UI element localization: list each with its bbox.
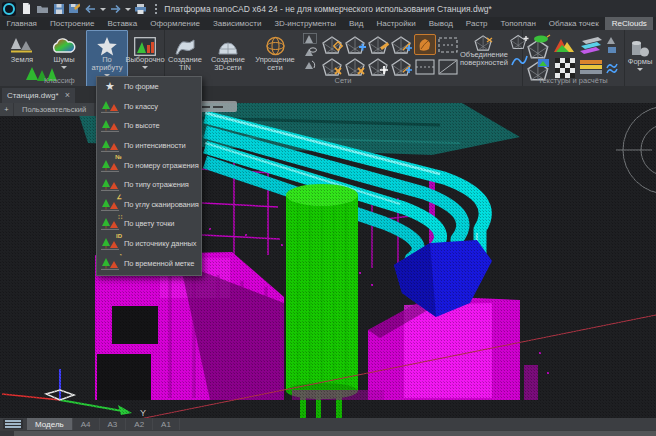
menu-item-icon [100, 98, 120, 114]
redo-icon[interactable] [109, 2, 122, 15]
menu-item-icon: ◔ [100, 255, 120, 271]
undo-dropdown-icon[interactable] [100, 8, 106, 11]
save-icon[interactable] [52, 2, 65, 15]
document-tab-title: Станция.dwg* [7, 91, 59, 100]
ribbon-tab[interactable]: Топоплан [494, 17, 542, 30]
nanocad-window: Платформа nanoCAD x64 24 - не для коммер… [0, 0, 656, 436]
classify-noise-button[interactable]: Шумы [44, 31, 84, 69]
view-tab-user[interactable]: Пользовательский [14, 103, 94, 116]
mountain-contour-icon[interactable] [303, 59, 317, 70]
menu-item[interactable]: По высоте [97, 116, 201, 136]
trees-icon [101, 178, 119, 191]
ribbon-tab[interactable]: ReClouds [605, 17, 653, 30]
trees-icon [101, 217, 119, 230]
textures-group-label: Текстуры и расчёты [522, 76, 624, 85]
selective-picture-icon [134, 33, 156, 56]
mesh-section-icon[interactable] [437, 56, 459, 77]
layout-tab[interactable]: Модель [27, 418, 73, 430]
menu-item-icon: ★ [100, 79, 120, 95]
mesh-region-icon[interactable] [414, 56, 436, 77]
undo-icon[interactable] [84, 2, 97, 15]
ribbon-tab[interactable]: Вывод [422, 17, 459, 30]
menu-item-label: По типу отражения [124, 180, 189, 189]
rainbow-sheets-icon[interactable] [578, 36, 604, 54]
menu-item-icon [100, 118, 120, 134]
dome-mesh-icon [217, 33, 239, 56]
close-document-icon[interactable]: × [65, 91, 70, 100]
create-3d-mesh-button[interactable]: Создание 3D-сети [206, 31, 250, 72]
layout-tab[interactable]: А2 [126, 418, 153, 430]
image-mesh-icon[interactable] [527, 58, 551, 78]
ribbon-tab[interactable]: Построение [43, 17, 101, 30]
texture-small-b-icon[interactable] [606, 59, 618, 77]
mesh-delete-face-icon[interactable] [345, 56, 367, 77]
menu-item[interactable]: ★ По форме [97, 77, 201, 97]
command-line-strip[interactable] [0, 430, 656, 436]
mesh-edit-grid [322, 34, 459, 77]
app-logo-icon[interactable] [2, 2, 16, 16]
ribbon-tab[interactable]: Вставка [101, 17, 144, 30]
layout-tab[interactable]: А1 [153, 418, 180, 430]
merge-surfaces-button[interactable]: Объединение поверхностей [460, 31, 508, 67]
trees-icon [101, 257, 119, 270]
volume-table-icon[interactable] [579, 59, 603, 77]
create-tin-button[interactable]: Создание TIN [165, 31, 205, 72]
menu-item-label: По высоте [124, 121, 159, 130]
menu-item[interactable]: По интенсивности [97, 136, 201, 156]
menu-item[interactable]: ◔ По временной метке [97, 253, 201, 273]
menu-item[interactable]: ∷ По цвету точки [97, 214, 201, 234]
mesh-edit-face-icon[interactable] [368, 34, 390, 55]
mesh-bounds-icon[interactable] [437, 34, 459, 55]
ribbon-tab[interactable]: Главная [0, 17, 43, 30]
print-icon[interactable] [134, 2, 147, 15]
document-tab[interactable]: Станция.dwg* × [2, 88, 75, 103]
colored-relief-icon[interactable] [553, 36, 577, 54]
ribbon-tab[interactable]: Облака точек [542, 17, 605, 30]
add-view-tab-button[interactable]: + [0, 103, 13, 116]
menu-item-label: По форме [124, 82, 159, 91]
ribbon-tab[interactable]: Вид [342, 17, 369, 30]
menu-item-label: По интенсивности [124, 141, 186, 150]
checkerboard-icon[interactable] [555, 58, 575, 78]
ribbon-tab[interactable]: Оформление [144, 17, 207, 30]
cloud-mesh-icon[interactable] [527, 35, 551, 55]
icon-badge: № [115, 154, 122, 160]
layout-tab[interactable]: А4 [73, 418, 100, 430]
forms-button[interactable]: Формы [625, 33, 655, 71]
menu-item[interactable]: № По номеру отражения [97, 155, 201, 175]
open-folder-icon[interactable] [36, 2, 49, 15]
mesh-delete-vertex-icon[interactable] [322, 56, 344, 77]
mesh-add-vertex-icon[interactable] [345, 34, 367, 55]
trees-icon [101, 139, 119, 152]
menu-item[interactable]: ID По источнику данных [97, 234, 201, 254]
solids-icon [630, 35, 650, 58]
new-document-icon[interactable] [20, 2, 33, 15]
mountain-cloud-icon[interactable] [303, 46, 317, 57]
save-as-icon[interactable] [68, 2, 81, 15]
layout-tab[interactable]: А3 [100, 418, 127, 430]
ribbon-tab[interactable]: Настройки [370, 17, 422, 30]
ribbon-tab[interactable]: Зависимости [206, 17, 268, 30]
menu-item[interactable]: По классу [97, 97, 201, 117]
menu-item[interactable]: По типу отражения [97, 175, 201, 195]
menu-item-icon [100, 138, 120, 154]
texture-small-a-icon[interactable] [606, 35, 618, 55]
classify-ground-button[interactable]: Земля [2, 31, 42, 64]
ground-trees-icon [9, 33, 35, 56]
toolbar-overflow-icon[interactable] [150, 2, 163, 15]
menu-item-icon: ∷ [100, 216, 120, 232]
classify-selective-button[interactable]: Выборочно [128, 31, 162, 69]
menu-item[interactable]: ∠ По углу сканирования [97, 195, 201, 215]
mesh-append-icon[interactable] [391, 56, 413, 77]
mesh-move-icon[interactable] [368, 56, 390, 77]
mesh-inspect-icon[interactable] [322, 34, 344, 55]
ribbon-tab[interactable]: Растр [459, 17, 494, 30]
mountain-grid-icon[interactable] [303, 33, 317, 44]
mesh-add-edge-icon[interactable] [391, 34, 413, 55]
redo-dropdown-icon[interactable] [125, 8, 131, 11]
layout-list-icon[interactable] [3, 419, 23, 429]
mesh-classify-leaf-icon[interactable] [414, 34, 436, 55]
simplify-mesh-button[interactable]: Упрощение сети [252, 31, 298, 72]
merge-surfaces-icon [473, 33, 495, 51]
ribbon-tab[interactable]: 3D-инструменты [268, 17, 343, 30]
